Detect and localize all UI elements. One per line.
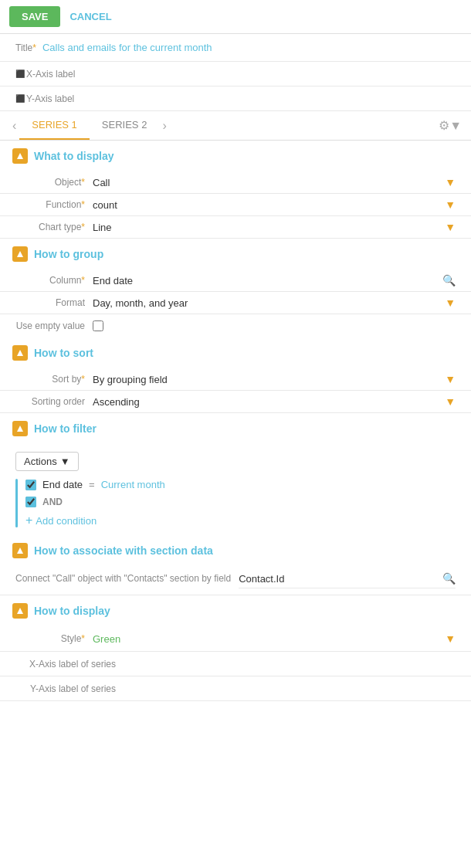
object-label: Object*: [15, 177, 93, 188]
x-marker-icon: ⬛: [15, 70, 25, 78]
title-row: Title* Calls and emails for the current …: [0, 34, 471, 62]
and-checkbox[interactable]: [25, 497, 36, 507]
sorting-order-select[interactable]: Ascending ▼: [93, 395, 456, 408]
and-label: AND: [42, 497, 63, 507]
function-caret-icon: ▼: [445, 198, 456, 211]
actions-caret-icon: ▼: [60, 456, 70, 467]
sort-by-value: By grouping field: [93, 374, 168, 385]
y-marker-icon: ⬛: [15, 94, 25, 103]
chart-type-required: *: [81, 222, 85, 232]
filter-section: Actions ▼ End date = Current month AND +…: [0, 444, 471, 535]
object-value: Call: [93, 177, 110, 188]
title-value: Calls and emails for the current month: [42, 42, 212, 53]
title-label: Title*: [15, 42, 42, 53]
style-value: Green: [93, 633, 120, 645]
how-to-group-section-header: How to group: [0, 239, 471, 270]
save-button[interactable]: SAVE: [9, 6, 60, 27]
how-to-display-section-header: How to display: [0, 595, 471, 626]
svg-marker-3: [17, 426, 23, 432]
chart-type-select[interactable]: Line ▼: [93, 221, 456, 233]
chart-type-value: Line: [93, 222, 112, 233]
yaxis-series-input[interactable]: [124, 683, 456, 694]
sorting-order-label: Sorting order: [15, 396, 93, 407]
how-to-filter-section-header: How to filter: [0, 413, 471, 444]
associate-label: Connect "Call" object with "Contacts" se…: [15, 572, 239, 585]
xaxis-series-input[interactable]: [124, 658, 456, 670]
how-to-associate-section-header: How to associate with section data: [0, 535, 471, 566]
associate-search-icon[interactable]: 🔍: [442, 572, 456, 585]
chart-type-label: Chart type*: [15, 222, 93, 232]
how-to-filter-icon: [12, 421, 28, 436]
column-row: Column* End date 🔍: [0, 270, 471, 292]
format-caret-icon: ▼: [445, 297, 456, 309]
toolbar: SAVE CANCEL: [0, 0, 471, 34]
style-label: Style*: [15, 633, 93, 644]
actions-button[interactable]: Actions ▼: [15, 452, 79, 471]
tabs-prev-arrow[interactable]: ‹: [9, 116, 19, 136]
column-select[interactable]: End date 🔍: [93, 274, 456, 287]
svg-marker-0: [17, 153, 23, 159]
actions-label: Actions: [24, 456, 57, 467]
how-to-associate-title: How to associate with section data: [34, 544, 213, 557]
associate-value: Contact.Id: [239, 573, 442, 585]
tab-series2[interactable]: SERIES 2: [90, 111, 160, 140]
add-condition-button[interactable]: + Add condition: [25, 514, 97, 527]
tabs-next-arrow[interactable]: ›: [159, 116, 169, 136]
associate-row: Connect "Call" object with "Contacts" se…: [0, 566, 471, 595]
style-required: *: [81, 633, 85, 644]
what-to-display-section-header: What to display: [0, 141, 471, 171]
format-select[interactable]: Day, month, and year ▼: [93, 297, 456, 309]
sort-by-required: *: [81, 374, 85, 385]
what-to-display-title: What to display: [34, 150, 114, 162]
sorting-order-row: Sorting order Ascending ▼: [0, 391, 471, 413]
column-required: *: [81, 275, 85, 286]
filter-conditions: End date = Current month AND + Add condi…: [25, 479, 456, 527]
sorting-order-caret-icon: ▼: [445, 395, 456, 408]
object-caret-icon: ▼: [445, 176, 456, 188]
cancel-button[interactable]: CANCEL: [69, 11, 111, 22]
sort-by-caret-icon: ▼: [445, 373, 456, 385]
what-to-display-icon: [12, 148, 28, 164]
tab-settings-button[interactable]: ⚙▼: [439, 118, 462, 133]
empty-value-label: Use empty value: [15, 320, 93, 331]
empty-value-checkbox[interactable]: [93, 320, 103, 331]
yaxis-global-label: ⬛ Y-Axis label: [15, 93, 80, 104]
how-to-display-icon: [12, 603, 28, 619]
function-select[interactable]: count ▼: [93, 198, 456, 211]
xaxis-global-row: ⬛ X-Axis label: [0, 62, 471, 86]
object-row: Object* Call ▼: [0, 171, 471, 194]
sort-by-label: Sort by*: [15, 374, 93, 385]
xaxis-global-label: ⬛ X-Axis label: [15, 69, 81, 80]
object-select[interactable]: Call ▼: [93, 176, 456, 188]
sort-by-select[interactable]: By grouping field ▼: [93, 373, 456, 385]
and-row: AND: [25, 497, 456, 507]
svg-marker-5: [17, 608, 23, 614]
chart-type-row: Chart type* Line ▼: [0, 216, 471, 239]
column-search-icon[interactable]: 🔍: [442, 274, 456, 287]
yaxis-global-row: ⬛ Y-Axis label: [0, 86, 471, 111]
how-to-group-icon: [12, 246, 28, 262]
filter-field: End date: [42, 479, 83, 490]
svg-marker-4: [17, 548, 23, 554]
how-to-associate-icon: [12, 543, 28, 558]
series-tabs-bar: ‹ SERIES 1 SERIES 2 › ⚙▼: [0, 111, 471, 141]
filter-condition-checkbox[interactable]: [25, 480, 36, 490]
function-value: count: [93, 199, 117, 211]
filter-condition-row: End date = Current month: [25, 479, 456, 490]
chart-type-caret-icon: ▼: [445, 221, 456, 233]
style-caret-icon: ▼: [445, 632, 456, 645]
function-label: Function*: [15, 199, 93, 210]
style-row: Style* Green ▼: [0, 626, 471, 652]
xaxis-global-input[interactable]: [81, 68, 456, 80]
how-to-sort-section-header: How to sort: [0, 337, 471, 368]
filter-line-decoration: [15, 479, 18, 527]
yaxis-global-input[interactable]: [80, 93, 456, 104]
svg-marker-2: [17, 350, 23, 356]
plus-icon: +: [25, 514, 32, 527]
tab-series1[interactable]: SERIES 1: [19, 111, 90, 140]
format-row: Format Day, month, and year ▼: [0, 292, 471, 314]
filter-block: End date = Current month AND + Add condi…: [15, 479, 456, 527]
style-select[interactable]: Green ▼: [93, 632, 456, 645]
format-label: Format: [15, 297, 93, 308]
sorting-order-value: Ascending: [93, 396, 140, 408]
